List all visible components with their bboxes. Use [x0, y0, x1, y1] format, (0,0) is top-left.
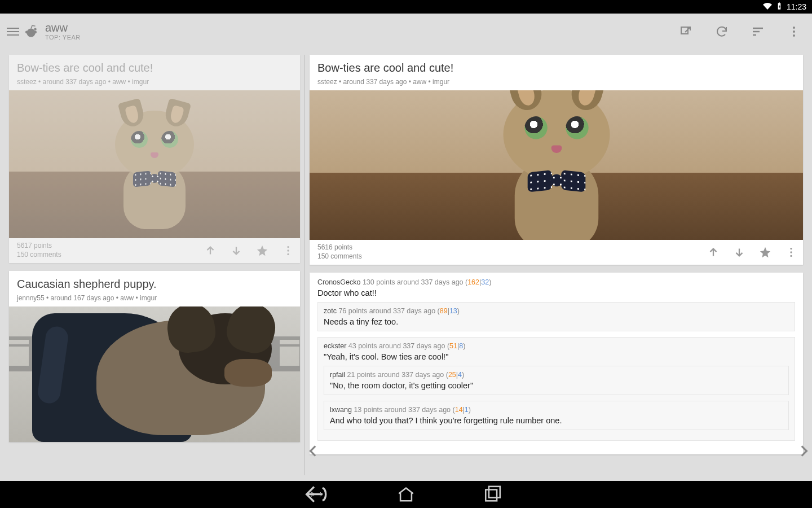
subreddit-title-block[interactable]: aww TOP: YEAR — [45, 21, 81, 41]
comment[interactable]: rpfail 21 points around 337 days ago (25… — [324, 366, 789, 395]
post-card[interactable]: Caucasian shepherd puppy. jennny55 • aro… — [9, 271, 300, 442]
comment-upvotes: 89 — [440, 307, 448, 315]
post-detail-pane[interactable]: Bow-ties are cool and cute! ssteez • aro… — [305, 49, 812, 481]
post-detail-card: Bow-ties are cool and cute! ssteez • aro… — [310, 55, 803, 265]
detail-points: 5616 points — [317, 243, 362, 252]
post-list-pane[interactable]: Bow-ties are cool and cute! ssteez • aro… — [0, 49, 304, 481]
comment-header: lxwang 13 points around 337 days ago (14… — [330, 406, 783, 414]
overflow-icon[interactable] — [787, 25, 801, 38]
recent-apps-icon[interactable] — [483, 485, 502, 504]
svg-point-0 — [27, 28, 35, 37]
comment-author: rpfail — [330, 371, 345, 379]
comment-author: CronosGecko — [317, 278, 360, 286]
back-icon[interactable] — [310, 485, 329, 504]
comment-header: CronosGecko 130 points around 337 days a… — [317, 278, 795, 286]
comment-body: "Yeah, it's cool. Bow ties are cool!" — [324, 352, 789, 361]
downvote-icon[interactable] — [733, 246, 745, 259]
post-points: 5617 points — [17, 242, 61, 251]
detail-meta: ssteez • around 337 days ago • aww • img… — [317, 78, 795, 86]
comment-body: Needs a tiny fez too. — [324, 317, 789, 326]
svg-point-12 — [790, 255, 792, 257]
downvote-icon[interactable] — [230, 244, 242, 257]
comment-info: 76 points around 337 days ago ( — [338, 307, 439, 315]
svg-point-7 — [287, 246, 289, 248]
compose-icon[interactable] — [679, 25, 692, 38]
svg-point-1 — [34, 28, 36, 30]
comment[interactable]: lxwang 13 points around 337 days ago (14… — [324, 401, 789, 430]
post-card[interactable]: Bow-ties are cool and cute! ssteez • aro… — [9, 55, 300, 263]
subreddit-title: aww — [45, 21, 81, 34]
comment-downvotes: 4 — [458, 371, 462, 379]
comment-upvotes: 162 — [467, 278, 479, 286]
upvote-icon[interactable] — [707, 246, 720, 259]
post-image[interactable] — [9, 90, 300, 238]
more-icon[interactable] — [282, 244, 294, 257]
comment-upvotes: 25 — [448, 371, 456, 379]
post-image[interactable] — [9, 306, 300, 442]
svg-point-11 — [790, 251, 792, 253]
svg-point-4 — [793, 27, 795, 29]
post-title: Bow-ties are cool and cute! — [17, 62, 292, 75]
post-comments: 150 comments — [17, 251, 61, 260]
svg-rect-14 — [489, 487, 500, 498]
comment-info: 21 points around 337 days ago ( — [347, 371, 448, 379]
comment-author: zotc — [324, 307, 337, 315]
post-meta: jennny55 • around 167 days ago • aww • i… — [17, 294, 292, 302]
comment-downvotes: 1 — [465, 406, 469, 414]
sort-subtitle: TOP: YEAR — [45, 34, 81, 41]
post-title: Caucasian shepherd puppy. — [17, 278, 292, 291]
app-toolbar: aww TOP: YEAR — [0, 14, 812, 49]
comment[interactable]: eckster 43 points around 337 days ago (5… — [317, 337, 795, 441]
svg-point-3 — [34, 30, 37, 33]
comment-upvotes: 51 — [449, 342, 457, 350]
prev-post-icon[interactable] — [306, 444, 321, 458]
comment-downvotes: 13 — [449, 307, 457, 315]
comment-author: eckster — [324, 342, 346, 350]
comment-upvotes: 14 — [455, 406, 463, 414]
comment-header: zotc 76 points around 337 days ago (89|1… — [324, 307, 789, 315]
battery-charging-icon — [775, 2, 783, 12]
comment-body: "No, the room doctor, it's getting coole… — [330, 381, 783, 390]
svg-point-5 — [793, 30, 795, 33]
menu-icon[interactable] — [7, 28, 19, 36]
comment-body: Doctor who cat!! — [317, 288, 795, 297]
detail-title: Bow-ties are cool and cute! — [317, 62, 795, 75]
home-icon[interactable] — [396, 485, 416, 504]
detail-comments: 150 comments — [317, 252, 362, 261]
comment[interactable]: zotc 76 points around 337 days ago (89|1… — [317, 302, 795, 331]
more-icon[interactable] — [785, 246, 797, 259]
android-status-bar: 11:23 — [0, 0, 812, 14]
comment-header: eckster 43 points around 337 days ago (5… — [324, 342, 789, 350]
reddit-icon[interactable] — [24, 24, 38, 39]
comments-list[interactable]: CronosGecko 130 points around 337 days a… — [310, 273, 803, 454]
svg-point-8 — [287, 249, 289, 251]
comment-info: 13 points around 337 days ago ( — [354, 406, 454, 414]
comment-body: And who told you that? I think you're fo… — [330, 416, 783, 425]
comment-info: 43 points around 337 days ago ( — [348, 342, 449, 350]
svg-point-2 — [25, 30, 28, 33]
android-nav-bar — [0, 481, 812, 508]
star-icon[interactable] — [759, 246, 771, 259]
comment-info: 130 points around 337 days ago ( — [363, 278, 467, 286]
comment-author: lxwang — [330, 406, 352, 414]
post-meta: ssteez • around 337 days ago • aww • img… — [17, 78, 292, 86]
comment-downvotes: 32 — [481, 278, 489, 286]
status-time: 11:23 — [787, 2, 806, 11]
svg-point-10 — [790, 248, 792, 249]
svg-point-9 — [287, 253, 289, 255]
wifi-icon — [763, 2, 772, 12]
upvote-icon[interactable] — [204, 244, 217, 257]
detail-image[interactable] — [310, 90, 803, 240]
svg-rect-13 — [486, 490, 497, 501]
star-icon[interactable] — [256, 244, 268, 257]
comment[interactable]: CronosGecko 130 points around 337 days a… — [317, 278, 795, 441]
sort-icon[interactable] — [751, 25, 765, 38]
svg-point-6 — [793, 34, 795, 37]
next-post-icon[interactable] — [796, 444, 811, 458]
comment-header: rpfail 21 points around 337 days ago (25… — [330, 371, 783, 379]
refresh-icon[interactable] — [715, 25, 729, 38]
